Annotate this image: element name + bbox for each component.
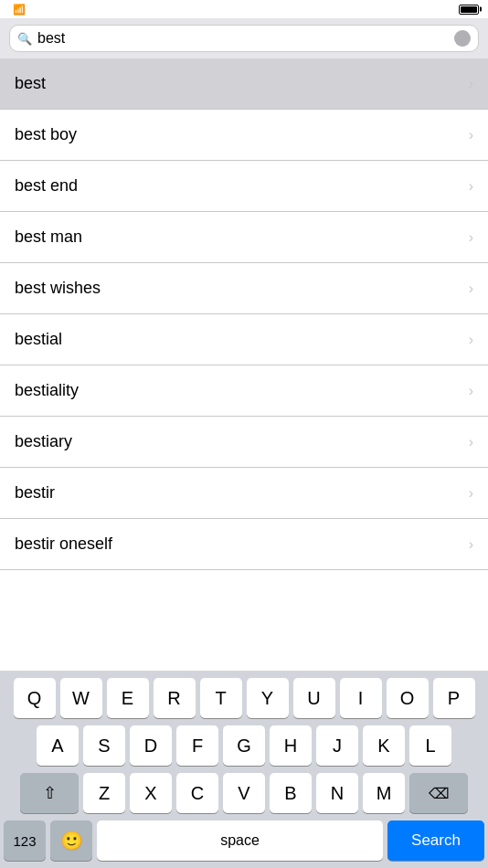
shift-arrow-icon: ⇧ [43, 783, 57, 803]
key-l[interactable]: L [409, 725, 451, 766]
delete-icon: ⌫ [429, 785, 450, 802]
suggestion-text: best boy [15, 125, 77, 144]
key-n[interactable]: N [316, 773, 358, 813]
suggestion-item[interactable]: best› [0, 58, 488, 110]
key-q[interactable]: Q [14, 678, 56, 718]
key-a[interactable]: A [37, 725, 79, 766]
chevron-right-icon: › [469, 434, 473, 450]
key-b[interactable]: B [270, 773, 312, 813]
chevron-right-icon: › [469, 383, 473, 399]
key-s[interactable]: S [83, 725, 125, 766]
search-glass-icon: 🔍 [17, 32, 32, 46]
suggestion-text: bestiary [15, 432, 72, 451]
key-i[interactable]: I [340, 678, 382, 718]
suggestion-text: best man [15, 228, 82, 247]
key-row-2: ⇧ZXCVBNM⌫ [4, 773, 484, 813]
key-u[interactable]: U [293, 678, 335, 718]
key-y[interactable]: Y [247, 678, 289, 718]
suggestion-text: bestiality [15, 381, 79, 400]
suggestion-item[interactable]: bestiality› [0, 365, 488, 417]
status-right [459, 5, 479, 15]
chevron-right-icon: › [469, 229, 473, 246]
status-bar: 📶 [0, 0, 488, 18]
suggestion-text: best end [15, 176, 78, 196]
chevron-right-icon: › [469, 332, 473, 348]
key-d[interactable]: D [130, 725, 172, 766]
key-h[interactable]: H [270, 725, 312, 766]
key-r[interactable]: R [154, 678, 196, 718]
numbers-key[interactable]: 123 [4, 820, 46, 861]
keyboard: QWERTYUIOPASDFGHJKL⇧ZXCVBNM⌫123🙂spaceSea… [0, 671, 488, 868]
suggestion-item[interactable]: bestial› [0, 314, 488, 365]
key-v[interactable]: V [223, 773, 265, 813]
suggestion-item[interactable]: bestir oneself› [0, 519, 488, 570]
suggestion-item[interactable]: best end› [0, 161, 488, 212]
key-j[interactable]: J [316, 725, 358, 766]
suggestion-text: bestir oneself [15, 535, 112, 554]
suggestion-text: bestial [15, 330, 62, 349]
key-z[interactable]: Z [83, 773, 125, 813]
chevron-right-icon: › [469, 536, 473, 553]
battery-icon [459, 5, 479, 15]
suggestion-item[interactable]: best wishes› [0, 263, 488, 314]
key-w[interactable]: W [60, 678, 102, 718]
key-row-1: ASDFGHJKL [4, 725, 484, 766]
key-t[interactable]: T [200, 678, 242, 718]
key-row-0: QWERTYUIOP [4, 678, 484, 718]
key-o[interactable]: O [387, 678, 429, 718]
key-m[interactable]: M [363, 773, 405, 813]
chevron-right-icon: › [469, 127, 473, 143]
search-bar: 🔍 [0, 18, 488, 58]
clear-button[interactable] [454, 30, 471, 47]
chevron-right-icon: › [469, 485, 473, 502]
suggestion-text: best [15, 74, 46, 93]
suggestion-text: bestir [15, 483, 55, 503]
search-key[interactable]: Search [387, 820, 484, 861]
chevron-right-icon: › [469, 178, 473, 195]
wifi-icon: 📶 [13, 4, 26, 16]
key-k[interactable]: K [363, 725, 405, 766]
suggestion-text: best wishes [15, 279, 101, 298]
status-left: 📶 [9, 4, 26, 16]
keyboard-bottom-row: 123🙂spaceSearch [0, 817, 488, 868]
emoji-key[interactable]: 🙂 [50, 820, 92, 861]
suggestion-item[interactable]: bestir› [0, 468, 488, 519]
suggestion-item[interactable]: best man› [0, 212, 488, 263]
suggestions-list: best›best boy›best end›best man›best wis… [0, 58, 488, 570]
key-p[interactable]: P [433, 678, 475, 718]
suggestion-item[interactable]: bestiary› [0, 417, 488, 468]
key-c[interactable]: C [176, 773, 218, 813]
suggestion-item[interactable]: best boy› [0, 110, 488, 161]
chevron-right-icon: › [469, 281, 473, 297]
key-x[interactable]: X [130, 773, 172, 813]
shift-key[interactable]: ⇧ [20, 773, 79, 813]
key-f[interactable]: F [176, 725, 218, 766]
space-key[interactable]: space [97, 820, 383, 861]
chevron-right-icon: › [469, 76, 473, 92]
key-g[interactable]: G [223, 725, 265, 766]
key-e[interactable]: E [107, 678, 149, 718]
search-input-wrapper[interactable]: 🔍 [9, 25, 479, 52]
search-input[interactable] [37, 30, 449, 47]
delete-key[interactable]: ⌫ [409, 773, 468, 813]
